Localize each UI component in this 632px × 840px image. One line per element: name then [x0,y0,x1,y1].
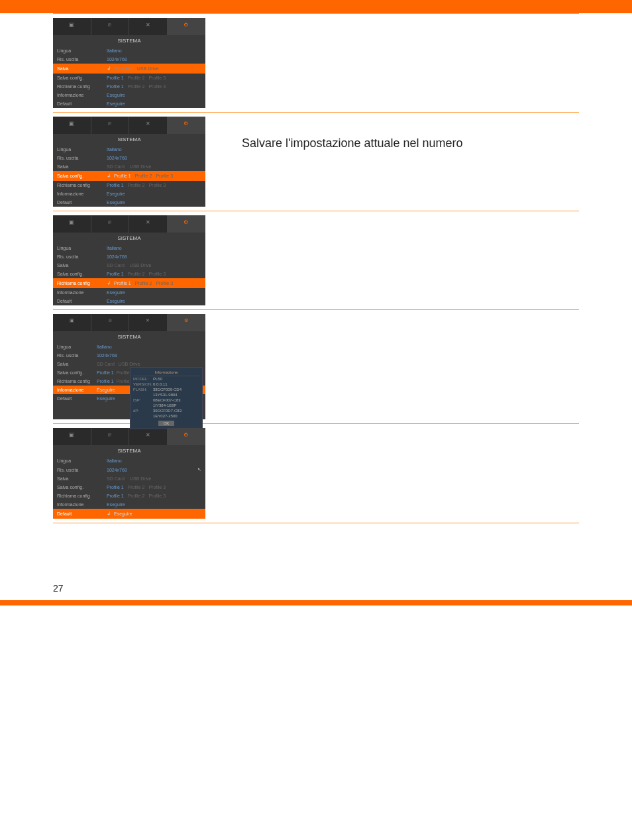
tab-4[interactable]: ⚙ [168,428,206,445]
tools-icon: ✕ [143,432,152,441]
image-icon: ▣ [67,121,76,130]
row-default[interactable]: DefaultEseguire [53,198,205,207]
panel-tabs: ▣ ⎚ ✕ ⚙ [53,117,205,134]
image-icon: ▣ [67,318,76,327]
tab-1[interactable]: ▣ [53,117,91,134]
row-info[interactable]: InformazioneEseguire [53,500,205,509]
arrow-icon: ↲ [107,280,111,286]
section-row-1: ▣ ⎚ ✕ ⚙ SISTEMA LinguaItaliano Ris. usci… [53,13,579,113]
display-icon: ⎚ [105,219,115,229]
row-lingua[interactable]: LinguaItaliano [53,456,205,465]
panel-title: SISTEMA [53,134,205,145]
row-salva-config[interactable]: Salva config.Profile 1 Profile 2 Profile… [53,483,205,492]
tab-1[interactable]: ▣ [53,314,91,331]
row-ris[interactable]: Ris. uscita1024x768 [53,351,205,360]
row-lingua[interactable]: LinguaItaliano [53,46,205,55]
row-salva-config[interactable]: Salva config.Profile 1 Profile 2 Profile… [53,270,205,278]
tab-3[interactable]: ✕ [129,117,168,134]
display-icon: ⎚ [105,318,115,327]
row-ris[interactable]: Ris. uscita1024x768↖ [53,465,205,474]
tab-1[interactable]: ▣ [53,428,91,445]
cursor-icon: ↖ [197,467,201,472]
row-salva[interactable]: SalvaSD Card USB Drive [53,474,205,483]
description-2: Salvare l'impostazione attuale nel numer… [229,117,579,150]
panel-tabs: ▣ ⎚ ✕ ⚙ [53,314,205,331]
tab-2[interactable]: ⎚ [91,18,130,35]
system-panel-1: ▣ ⎚ ✕ ⚙ SISTEMA LinguaItaliano Ris. usci… [53,18,205,108]
row-richiama[interactable]: Richiama configProfile 1 Profile 2 Profi… [53,82,205,91]
tab-4[interactable]: ⚙ [168,18,206,35]
tab-4[interactable]: ⚙ [168,215,206,233]
row-ris[interactable]: Ris. uscita1024x768 [53,55,205,64]
description-5 [229,428,579,448]
arrow-icon: ↲ [107,511,111,517]
description-1 [229,18,579,38]
panel-title: SISTEMA [53,331,205,342]
gear-icon: ⚙ [182,121,191,130]
image-icon: ▣ [67,432,76,441]
panel-title: SISTEMA [53,233,205,244]
arrow-icon: ↲ [107,173,111,179]
tab-3[interactable]: ✕ [129,18,168,35]
ok-button[interactable]: OK [158,421,175,426]
gear-icon: ⚙ [182,219,191,229]
panel-title: SISTEMA [53,35,205,46]
row-richiama[interactable]: Richiama configProfile 1 Profile 2 Profi… [53,492,205,500]
panel-tabs: ▣ ⎚ ✕ ⚙ [53,428,205,445]
display-icon: ⎚ [105,22,115,31]
tab-3[interactable]: ✕ [129,428,168,445]
row-ris[interactable]: Ris. uscita1024x768 [53,154,205,162]
header-bar [0,0,632,13]
row-ris[interactable]: Ris. uscita1024x768 [53,252,205,261]
display-icon: ⎚ [105,432,115,441]
panel-tabs: ▣ ⎚ ✕ ⚙ [53,18,205,35]
system-panel-3: ▣ ⎚ ✕ ⚙ SISTEMA LinguaItaliano Ris. usci… [53,215,205,305]
tools-icon: ✕ [143,121,152,130]
tab-2[interactable]: ⎚ [91,215,130,233]
tab-2[interactable]: ⎚ [91,314,130,331]
row-lingua[interactable]: LinguaItaliano [53,145,205,154]
gear-icon: ⚙ [182,432,191,441]
arrow-icon: ↲ [107,66,111,72]
tab-1[interactable]: ▣ [53,18,91,35]
page-number: 27 [53,583,64,594]
row-salva-config[interactable]: Salva config.↲Profile 1 Profile 2 Profil… [53,171,205,181]
row-lingua[interactable]: LinguaItaliano [53,244,205,252]
image-icon: ▣ [67,22,76,31]
section-row-3: ▣ ⎚ ✕ ⚙ SISTEMA LinguaItaliano Ris. usci… [53,211,579,310]
section-row-4: ▣ ⎚ ✕ ⚙ SISTEMA LinguaItaliano Ris. usci… [53,310,579,424]
tab-2[interactable]: ⎚ [91,428,130,445]
tab-3[interactable]: ✕ [129,314,168,331]
description-3 [229,215,579,235]
row-salva[interactable]: SalvaSD Card USB Drive [53,162,205,171]
tab-4[interactable]: ⚙ [168,314,206,331]
row-lingua[interactable]: LinguaItaliano [53,342,205,351]
row-default[interactable]: DefaultEseguire [53,297,205,305]
row-richiama[interactable]: Richiama configProfile 1 Profile 2 Profi… [53,181,205,189]
row-salva-config[interactable]: Salva config.Profile 1 Profile 2 Profile… [53,74,205,82]
row-richiama[interactable]: Richiama config↲Profile 1 Profile 2 Prof… [53,278,205,288]
tools-icon: ✕ [143,318,152,327]
tab-2[interactable]: ⎚ [91,117,130,134]
row-info[interactable]: InformazioneEseguire [53,189,205,198]
row-salva[interactable]: SalvaSD Card USB Drive [53,261,205,270]
section-row-5: ▣ ⎚ ✕ ⚙ SISTEMA LinguaItaliano Ris. usci… [53,424,579,523]
system-panel-2: ▣ ⎚ ✕ ⚙ SISTEMA LinguaItaliano Ris. usci… [53,117,205,207]
tab-1[interactable]: ▣ [53,215,91,233]
row-default[interactable]: DefaultEseguire [53,99,205,108]
footer: 27 [0,563,632,600]
tab-4[interactable]: ⚙ [168,117,206,134]
row-salva[interactable]: Salva↲SD Card USB Drive [53,64,205,74]
system-panel-5: ▣ ⎚ ✕ ⚙ SISTEMA LinguaItaliano Ris. usci… [53,428,205,519]
row-default[interactable]: Default↲Eseguire [53,509,205,519]
row-info[interactable]: InformazioneEseguire [53,288,205,297]
tools-icon: ✕ [143,22,152,31]
panel-tabs: ▣ ⎚ ✕ ⚙ [53,215,205,233]
tab-3[interactable]: ✕ [129,215,168,233]
gear-icon: ⚙ [182,22,191,31]
section-row-2: ▣ ⎚ ✕ ⚙ SISTEMA LinguaItaliano Ris. usci… [53,113,579,211]
display-icon: ⎚ [105,121,115,130]
info-popup: Informazione MODEL:PL50 VERSION:0.0.0.11… [130,367,203,429]
gear-icon: ⚙ [182,318,191,327]
row-info[interactable]: InformazioneEseguire [53,91,205,99]
